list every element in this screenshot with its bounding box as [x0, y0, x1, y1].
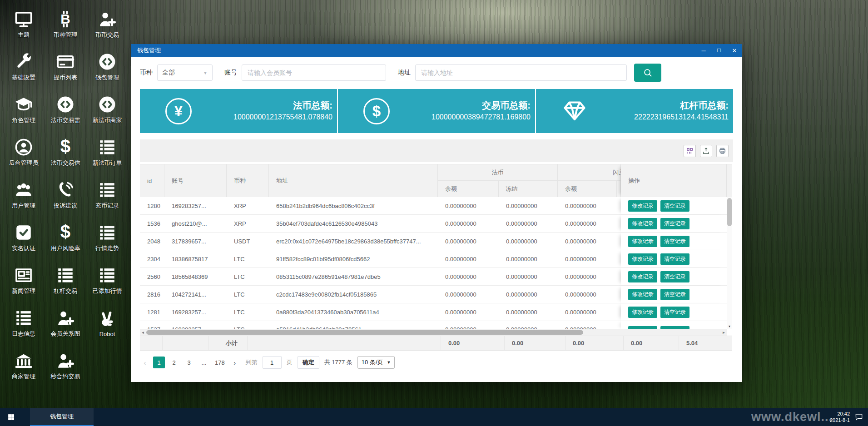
desktop-icon-13[interactable]: 投诉建议	[45, 173, 86, 216]
account-input[interactable]	[242, 64, 386, 81]
desktop-icon-16[interactable]: $用户风险率	[45, 216, 86, 259]
desktop-icon-22[interactable]: 会员关系图	[45, 302, 86, 344]
per-page-select[interactable]: 10 条/页 ▼	[357, 356, 395, 369]
page-button-178[interactable]: 178	[213, 357, 227, 368]
desktop-icon-7[interactable]: 法币交易需	[45, 88, 86, 131]
table-row: 1536ghost210@...XRP35b04ef703dafde4c6126…	[140, 215, 732, 233]
subtotal-value-4: 0.00	[624, 336, 679, 350]
desktop-icon-20[interactable]: 已添加行情	[86, 259, 128, 302]
users-icon	[14, 180, 34, 200]
desktop-icon-10[interactable]: $法币交易信	[45, 131, 86, 173]
desktop-icon-label: 秒合约交易	[51, 372, 80, 381]
vertical-scrollbar[interactable]: ▼	[727, 197, 732, 329]
confirm-button[interactable]: 确定	[298, 356, 319, 369]
desktop-icon-4[interactable]: 提币列表	[45, 45, 86, 88]
desktop-icon-label: 新法币订单	[93, 159, 122, 167]
printer-icon	[719, 147, 726, 155]
goto-page-input[interactable]	[263, 356, 282, 369]
taskbar: 钱包管理 20:42 2021-8-1	[0, 408, 868, 426]
desktop-icon-9[interactable]: 后台管理员	[3, 131, 45, 173]
vertical-scroll-thumb[interactable]	[727, 198, 732, 226]
clear-record-button[interactable]: 清空记录	[660, 218, 689, 229]
edit-record-button[interactable]: 修改记录	[628, 271, 657, 282]
edit-record-button[interactable]: 修改记录	[628, 289, 657, 300]
desktop-icon-6[interactable]: 角色管理	[3, 88, 45, 131]
page-button-1[interactable]: 1	[153, 357, 165, 368]
address-input[interactable]	[415, 64, 627, 81]
edit-record-button[interactable]: 修改记录	[628, 253, 657, 265]
close-button[interactable]: ✕	[727, 44, 742, 57]
notification-chat-button[interactable]	[854, 412, 863, 421]
horizontal-scroll-thumb[interactable]	[146, 330, 583, 335]
header-fiat-label: 法币	[438, 164, 557, 181]
desktop-icon-12[interactable]: 用户管理	[3, 173, 45, 216]
clear-record-button[interactable]: 清空记录	[660, 200, 689, 212]
cell-coin: XRP	[227, 215, 269, 232]
edit-record-button[interactable]: 修改记录	[628, 200, 657, 212]
desktop-icon-25[interactable]: 秒合约交易	[45, 344, 86, 387]
header-address: 地址	[269, 164, 438, 197]
next-page-button[interactable]: ›	[230, 359, 240, 367]
taskbar-clock[interactable]: 20:42 2021-8-1	[830, 408, 850, 426]
window-title: 钱包管理	[131, 46, 696, 54]
minimize-button[interactable]: ─	[696, 44, 711, 57]
cell-fiat-frozen: 0.00000000	[499, 215, 558, 232]
desktop-icon-0[interactable]: 主题	[3, 3, 45, 45]
desktop-icon-1[interactable]: B币种管理	[45, 3, 86, 45]
desktop-icon-11[interactable]: 新法币订单	[86, 131, 128, 173]
edit-record-button[interactable]: 修改记录	[628, 307, 657, 318]
desktop-icon-2[interactable]: 币币交易	[86, 3, 128, 45]
cell-address: 0a880f3da2041373460ab30a705611a4	[269, 303, 438, 321]
clear-record-button[interactable]: 清空记录	[660, 307, 689, 318]
desktop-icon-18[interactable]: 新闻管理	[3, 259, 45, 302]
clear-record-button[interactable]: 清空记录	[660, 236, 689, 247]
cell-fiat-balance: 0.00000000	[438, 250, 499, 267]
start-button[interactable]	[0, 408, 22, 426]
account-filter-label: 账号	[224, 69, 237, 77]
table-toolbar	[140, 139, 733, 162]
print-button[interactable]	[716, 145, 729, 157]
scroll-right-arrow[interactable]: ►	[721, 331, 727, 335]
horizontal-scrollbar[interactable]: ◄ ►	[140, 329, 727, 336]
desktop-icon-14[interactable]: 充币记录	[86, 173, 128, 216]
grad-cap-icon	[14, 94, 34, 114]
edit-record-button[interactable]: 修改记录	[628, 236, 657, 247]
desktop-icon-17[interactable]: 行情走势	[86, 216, 128, 259]
desktop-icon-3[interactable]: 基础设置	[3, 45, 45, 88]
scroll-down-arrow[interactable]: ▼	[727, 324, 732, 329]
clear-record-button[interactable]: 清空记录	[660, 271, 689, 282]
desktop-icon-5[interactable]: 钱包管理	[86, 45, 128, 88]
summary-card-2: 杠杆币总额:222223196513124.41548311	[536, 89, 733, 133]
edit-record-button[interactable]: 修改记录	[628, 218, 657, 229]
prev-page-button[interactable]: ‹	[140, 359, 150, 367]
cell-flash-balance: 0.00000000	[558, 268, 617, 285]
dollar-icon: $	[55, 223, 75, 243]
page-button-3[interactable]: 3	[183, 357, 195, 368]
desktop-icon-23[interactable]: Robot	[86, 302, 128, 344]
desktop-icon-19[interactable]: 杠杆交易	[45, 259, 86, 302]
cell-actions: 修改记录清空记录	[621, 321, 727, 329]
coin-select[interactable]: 全部 ▼	[157, 64, 213, 81]
scroll-left-arrow[interactable]: ◄	[140, 331, 146, 335]
header-actions: 操作	[621, 164, 727, 197]
clear-record-button[interactable]: 清空记录	[660, 289, 689, 300]
columns-filter-button[interactable]	[684, 145, 696, 157]
page-button-2[interactable]: 2	[168, 357, 180, 368]
desktop-icon-24[interactable]: 商家管理	[3, 344, 45, 387]
clear-record-button[interactable]: 清空记录	[660, 326, 689, 329]
desktop-icon-21[interactable]: 日志信息	[3, 302, 45, 344]
desktop-icon-8[interactable]: 新法币商家	[86, 88, 128, 131]
search-button[interactable]	[634, 64, 661, 82]
edit-record-button[interactable]: 修改记录	[628, 326, 657, 329]
cell-id: 1281	[140, 303, 164, 321]
cell-fiat-frozen: 0.00000000	[499, 197, 558, 214]
cell-fiat-balance: 0.00000000	[438, 286, 499, 303]
taskbar-item-wallet[interactable]: 钱包管理	[30, 408, 94, 426]
export-button[interactable]	[700, 145, 712, 157]
user-plus-icon	[97, 9, 117, 29]
maximize-button[interactable]: ☐	[711, 44, 727, 57]
desktop-icon-label: 主题	[18, 31, 30, 39]
cell-sliver	[617, 303, 621, 321]
clear-record-button[interactable]: 清空记录	[660, 253, 689, 265]
desktop-icon-15[interactable]: 实名认证	[3, 216, 45, 259]
